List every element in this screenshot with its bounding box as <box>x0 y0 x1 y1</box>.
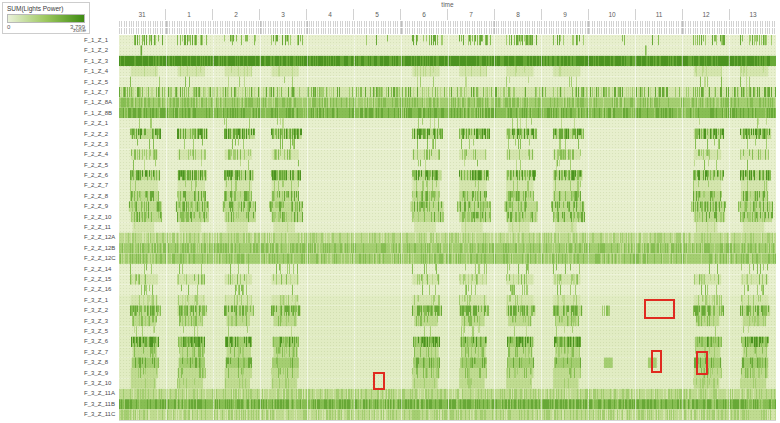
row-label[interactable]: F_3_Z_9 <box>84 368 119 378</box>
row-label[interactable]: F_3_Z_1 <box>84 295 119 305</box>
zone-axis-label: zone <box>73 27 86 33</box>
day-header[interactable]: 1 <box>165 9 212 20</box>
row-label[interactable]: F_2_Z_12B <box>84 243 119 253</box>
anomaly-highlight-box <box>651 350 662 373</box>
day-header[interactable]: 12 <box>682 9 729 20</box>
row-label[interactable]: F_2_Z_5 <box>84 160 119 170</box>
row-label[interactable]: F_2_Z_10 <box>84 212 119 222</box>
row-label[interactable]: F_2_Z_6 <box>84 170 119 180</box>
row-label[interactable]: F_1_Z_5 <box>84 77 119 87</box>
hour-ticks-band <box>119 21 776 34</box>
row-label[interactable]: F_1_Z_1 <box>84 35 119 45</box>
worksheet: SUM(Lights Power) 0 3,799 time 311234567… <box>0 0 780 423</box>
anomaly-highlight-box <box>373 372 385 390</box>
row-label[interactable]: F_3_Z_2 <box>84 305 119 315</box>
time-axis-label: time <box>119 1 776 8</box>
row-label[interactable]: F_3_Z_10 <box>84 378 119 388</box>
zone-row-labels: F_1_Z_1F_1_Z_2F_1_Z_3F_1_Z_4F_1_Z_5F_1_Z… <box>84 35 119 419</box>
row-label[interactable]: F_3_Z_3 <box>84 316 119 326</box>
row-label[interactable]: F_1_Z_4 <box>84 66 119 76</box>
row-label[interactable]: F_1_Z_8A <box>84 97 119 107</box>
row-label[interactable]: F_2_Z_4 <box>84 149 119 159</box>
day-header[interactable]: 8 <box>494 9 541 20</box>
day-header[interactable]: 5 <box>353 9 400 20</box>
row-label[interactable]: F_1_Z_7 <box>84 87 119 97</box>
row-label[interactable]: F_3_Z_11B <box>84 399 119 409</box>
row-label[interactable]: F_2_Z_9 <box>84 201 119 211</box>
heatmap-area <box>119 35 776 421</box>
row-label[interactable]: F_3_Z_11C <box>84 409 119 419</box>
day-header[interactable]: 31 <box>119 9 165 20</box>
row-label[interactable]: F_2_Z_3 <box>84 139 119 149</box>
row-label[interactable]: F_1_Z_3 <box>84 56 119 66</box>
row-label[interactable]: F_2_Z_11 <box>84 222 119 232</box>
row-label[interactable]: F_2_Z_14 <box>84 264 119 274</box>
row-label[interactable]: F_3_Z_5 <box>84 326 119 336</box>
day-header[interactable]: 13 <box>729 9 776 20</box>
row-label[interactable]: F_2_Z_12A <box>84 232 119 242</box>
row-label[interactable]: F_2_Z_15 <box>84 274 119 284</box>
row-label[interactable]: F_2_Z_7 <box>84 180 119 190</box>
row-label[interactable]: F_2_Z_16 <box>84 284 119 294</box>
day-header-row: 3112345678910111213 <box>119 9 776 20</box>
day-header[interactable]: 3 <box>259 9 306 20</box>
row-label[interactable]: F_2_Z_1 <box>84 118 119 128</box>
heatmap-canvas[interactable] <box>119 35 776 420</box>
day-header[interactable]: 4 <box>306 9 353 20</box>
row-label[interactable]: F_3_Z_6 <box>84 336 119 346</box>
anomaly-highlight-box <box>696 351 708 375</box>
anomaly-highlight-box <box>644 299 675 319</box>
row-label[interactable]: F_3_Z_8 <box>84 357 119 367</box>
row-label[interactable]: F_2_Z_12C <box>84 253 119 263</box>
day-header[interactable]: 2 <box>212 9 259 20</box>
row-label[interactable]: F_3_Z_11A <box>84 388 119 398</box>
legend-title: SUM(Lights Power) <box>7 5 85 12</box>
row-label[interactable]: F_2_Z_2 <box>84 129 119 139</box>
day-header[interactable]: 7 <box>447 9 494 20</box>
row-label[interactable]: F_1_Z_8B <box>84 108 119 118</box>
day-header[interactable]: 11 <box>635 9 682 20</box>
day-header[interactable]: 10 <box>588 9 635 20</box>
row-label[interactable]: F_3_Z_7 <box>84 347 119 357</box>
day-header[interactable]: 6 <box>400 9 447 20</box>
row-label[interactable]: F_1_Z_2 <box>84 45 119 55</box>
row-label[interactable]: F_2_Z_8 <box>84 191 119 201</box>
day-header[interactable]: 9 <box>541 9 588 20</box>
legend-gradient-bar <box>7 14 85 23</box>
legend-min: 0 <box>7 24 10 30</box>
